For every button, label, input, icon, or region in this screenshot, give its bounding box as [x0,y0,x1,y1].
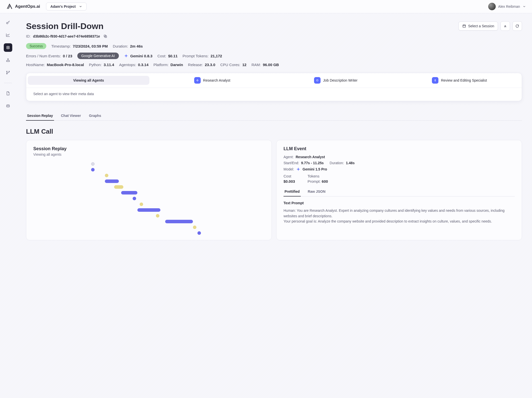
section-title: LLM Call [26,128,522,135]
refresh-icon [515,24,519,28]
agents-tabs: Viewing all Agents Research Analyst Job … [26,73,522,88]
python-label: Python: [89,63,102,67]
subtab-prettified[interactable]: Prettified [284,187,301,196]
cost-label: Cost: [157,54,166,58]
svg-rect-13 [317,80,318,81]
errors-value: 0 / 23 [63,54,72,58]
svg-point-4 [7,71,7,72]
sparkle-icon [124,54,128,58]
collapse-button[interactable] [500,21,510,31]
event-title: LLM Event [284,146,515,151]
svg-point-2 [8,47,9,48]
ev-cost-value: $0.003 [284,179,295,183]
agents-card: Viewing all Agents Research Analyst Job … [26,73,522,101]
copy-icon [103,34,107,38]
ev-cost-label: Cost [284,174,295,178]
refresh-button[interactable] [512,21,522,31]
status-badge: Success [26,43,46,49]
svg-point-8 [8,106,9,106]
agent-tab-research[interactable]: Research Analyst [151,75,273,86]
avatar [488,3,496,10]
agentops-label: Agentops: [119,63,136,67]
agent-tab-label: Research Analyst [203,78,230,82]
session-id-row: ID: d3b86b2c-f930-4d17-aee7-674e6858371e [26,34,108,39]
cpu-value: 12 [242,63,246,67]
svg-point-12 [197,80,198,81]
ev-startend-label: Start/End: [284,161,299,165]
ev-prompt-label: Prompt: [308,179,321,183]
svg-rect-1 [7,46,10,49]
id-value: d3b86b2c-f930-4d17-aee7-674e6858371e [33,34,100,38]
tab-session-replay[interactable]: Session Replay [26,111,54,121]
sidebar-item-discord[interactable] [4,102,12,110]
sidebar [0,13,16,250]
agent-tab-label: Review and Editing Specialist [441,78,487,82]
event-subtabs: Prettified Raw JSON [284,187,515,196]
subtab-raw-json[interactable]: Raw JSON [307,187,327,196]
chevrons-up-icon [503,24,507,28]
ev-duration-label: Duration: [330,161,344,165]
replay-subtitle: Viewing all agents [33,152,264,156]
page-title: Session Drill-Down [26,21,108,31]
sidebar-item-branches[interactable] [4,68,12,77]
sidebar-item-export[interactable] [4,56,12,64]
chart-line-icon [6,33,10,37]
timestamp-value: 7/23/2024, 03:59 PM [73,44,108,48]
sparkle-icon [296,167,301,171]
agent-icon [314,77,321,84]
platform-value: Darwin [170,63,183,67]
project-selector[interactable]: Adam's Project [46,3,86,11]
ev-model-label: Model: [284,167,294,171]
sidebar-item-docs[interactable] [4,89,12,98]
git-branch-icon [6,70,10,75]
agent-tab-job-writer[interactable]: Job Description Writer [275,75,397,86]
ram-value: 96.00 GB [263,63,279,67]
errors-label: Errors / Num Events: [26,54,61,58]
id-label: ID: [26,34,31,38]
duration-label: Duration: [113,44,128,48]
agent-tab-all[interactable]: Viewing all Agents [28,76,149,85]
logo-icon [6,3,13,10]
agent-tab-review[interactable]: Review and Editing Specialist [399,75,520,86]
svg-point-6 [9,71,10,72]
cost-value: $0.11 [168,54,178,58]
text-prompt-heading: Text Prompt [284,201,515,205]
select-session-label: Select a Session [468,24,494,28]
sidebar-item-sessions[interactable] [4,43,12,52]
agent-tab-label: Job Description Writer [323,78,357,82]
sidebar-item-analytics[interactable] [4,31,12,39]
tab-graphs[interactable]: Graphs [88,111,102,120]
llm-event-panel: LLM Event Agent: Research Analyst Start/… [276,140,522,240]
logo[interactable]: AgentOps.ai [6,3,40,10]
svg-point-0 [7,22,8,24]
ev-duration-value: 1.48s [346,161,355,165]
svg-point-7 [7,106,8,106]
sidebar-item-keys[interactable] [4,18,12,27]
ev-agent-label: Agent: [284,155,294,159]
agentops-value: 0.3.14 [138,63,149,67]
discord-icon [6,104,10,108]
header-actions: Select a Session [458,21,522,31]
gantt-chart[interactable] [33,161,264,234]
ev-prompt-tokens-value: 600 [322,179,328,183]
cpu-label: CPU Cores: [220,63,240,67]
platform-label: Platform: [153,63,168,67]
release-label: Release: [188,63,203,67]
copy-id-button[interactable] [103,34,108,39]
user-name: Alex Reibman [498,5,520,9]
user-menu[interactable]: Alex Reibman [488,3,526,10]
model-value: Gemini 0.8.3 [130,54,152,58]
select-session-button[interactable]: Select a Session [458,22,498,31]
ev-startend-value: 9.77s - 11.25s [301,161,324,165]
calendar-icon [462,24,466,28]
key-icon [6,20,10,25]
text-prompt-body: Human: You are Research Analyst. Expert … [284,208,515,224]
chevron-down-icon [522,5,526,8]
brand-name: AgentOps.ai [15,4,40,9]
release-value: 23.3.0 [205,63,215,67]
sidebar-divider [4,83,12,83]
ram-label: RAM: [251,63,261,67]
agent-icon [194,77,201,84]
session-replay-panel: Session Replay Viewing all agents [26,140,272,240]
tab-chat-viewer[interactable]: Chat Viewer [60,111,82,120]
